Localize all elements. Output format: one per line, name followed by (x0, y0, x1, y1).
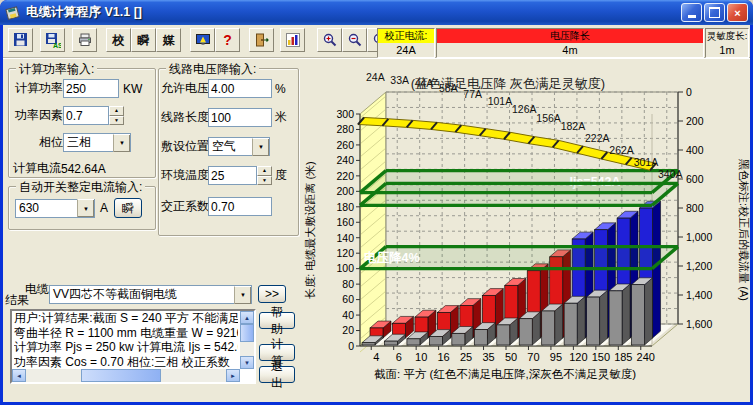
spinner-up-icon[interactable]: ▲ (109, 106, 124, 116)
breaker-unit: A (100, 201, 108, 215)
zoom-in-icon (322, 32, 338, 48)
spinner-down-icon[interactable]: ▼ (257, 176, 272, 186)
breaker-current-select[interactable]: 630 ▼ (15, 199, 95, 218)
exit-action-button[interactable]: 退出 (259, 366, 295, 383)
screen-button[interactable] (190, 28, 215, 52)
svg-text:100: 100 (336, 262, 354, 274)
power-factor-spinner[interactable]: ▲▼ (109, 106, 124, 125)
chevron-down-icon[interactable]: ▼ (234, 286, 251, 304)
chart-button[interactable] (280, 28, 305, 52)
cable-type-select[interactable]: VV四芯不等截面铜电缆 ▼ (49, 285, 252, 304)
print-icon (77, 32, 93, 48)
zoom-out-button[interactable] (342, 28, 367, 52)
result-line: 功率因素 Cos = 0.70 相位:三相 校正系数 (14, 355, 238, 369)
instant-label: 瞬 (138, 32, 150, 49)
svg-text:40: 40 (342, 309, 354, 321)
scroll-down-icon[interactable]: ▼ (240, 356, 254, 369)
chevron-down-icon[interactable]: ▼ (113, 134, 130, 152)
window-content: AS 校 瞬 媒 ? (3, 25, 750, 402)
power-input-group: 计算功率输入: 计算功率 KW 功率因素 ▲▼ 相位 三相 ▼ (8, 68, 156, 178)
help-button[interactable]: ? (215, 28, 240, 52)
svg-text:截面: 平方 (红色不满足电压降,深灰色不满足灵敏度): 截面: 平方 (红色不满足电压降,深灰色不满足灵敏度) (374, 368, 636, 380)
svg-text:(蓝色满足电压降 灰色满足灵敏度): (蓝色满足电压降 灰色满足灵敏度) (411, 76, 605, 91)
expand-button[interactable]: >> (258, 285, 286, 303)
breaker-group-title: 自动开关整定电流输入: (16, 179, 145, 196)
svg-text:140: 140 (336, 232, 354, 244)
svg-text:长度: 电缆最大敷设距离 (米): 长度: 电缆最大敷设距离 (米) (304, 161, 316, 300)
hscroll-thumb[interactable] (81, 369, 161, 382)
chevron-down-icon[interactable]: ▼ (252, 138, 269, 156)
zoom-out-icon (347, 32, 363, 48)
svg-text:10: 10 (415, 351, 427, 363)
result-line: 用户:计算结果:截面 S = 240 平方 不能满足 (14, 311, 238, 326)
chart-icon (285, 32, 301, 48)
window-title: 电缆计算程序 V1.1 [] (26, 4, 679, 21)
result-lines: 用户:计算结果:截面 S = 240 平方 不能满足 弯曲半径 R = 1100… (14, 311, 238, 368)
svg-text:280: 280 (336, 123, 354, 135)
correction-factor-input[interactable] (208, 197, 272, 216)
svg-text:240: 240 (637, 351, 655, 363)
svg-text:156A: 156A (536, 112, 561, 124)
svg-text:电压降4%: 电压降4% (364, 251, 420, 265)
verify-button[interactable]: 校 (106, 28, 131, 52)
maximize-icon (709, 7, 720, 18)
ambient-temp-unit: 度 (275, 167, 287, 184)
status-voltage-drop-length: 电压降长 4m (436, 28, 704, 58)
spinner-down-icon[interactable]: ▼ (109, 116, 124, 126)
ambient-temp-spinner[interactable]: ▲▼ (257, 166, 272, 185)
zoom-in-button[interactable] (317, 28, 342, 52)
voltage-drop-length-value: 4m (437, 43, 703, 57)
status-corrected-current: 校正电流: 24A (377, 28, 435, 58)
power-factor-label: 功率因素 (13, 107, 63, 124)
title-bar[interactable]: 电缆计算程序 V1.1 [] × (0, 0, 753, 25)
line-length-input[interactable] (208, 108, 272, 127)
status-row: 校正电流: 24A 电压降长 4m 灵敏度长: 1m (377, 28, 749, 58)
svg-text:70: 70 (527, 351, 539, 363)
help-action-button[interactable]: 帮助 (259, 312, 295, 329)
phase-select[interactable]: 三相 ▼ (63, 133, 131, 152)
power-input[interactable] (63, 79, 119, 98)
svg-text:1,000: 1,000 (686, 231, 712, 243)
result-listbox[interactable]: 用户:计算结果:截面 S = 240 平方 不能满足 弯曲半径 R = 1100… (10, 309, 256, 384)
exit-door-button[interactable] (249, 28, 274, 52)
instant-button[interactable]: 瞬 (131, 28, 156, 52)
spinner-up-icon[interactable]: ▲ (257, 166, 272, 176)
maximize-button[interactable] (704, 3, 725, 22)
svg-text:6: 6 (396, 351, 402, 363)
vscroll-thumb[interactable] (240, 324, 254, 342)
vertical-scrollbar[interactable]: ▲ ▼ (240, 311, 254, 369)
scroll-up-icon[interactable]: ▲ (240, 311, 254, 324)
svg-text:182A: 182A (561, 120, 586, 132)
scroll-right-icon[interactable]: ► (226, 369, 240, 382)
cable-result-label: 电缆结果 (5, 284, 49, 306)
svg-text:301A: 301A (634, 156, 659, 168)
ambient-temp-input[interactable] (208, 166, 257, 185)
svg-text:24A: 24A (366, 71, 385, 83)
laying-position-select[interactable]: 空气 ▼ (208, 137, 270, 156)
cable-type-value: VV四芯不等截面铜电缆 (50, 286, 234, 303)
toolbar: AS 校 瞬 媒 ? (3, 25, 750, 58)
chevron-down-icon[interactable]: ▼ (77, 199, 94, 217)
app-icon (5, 5, 21, 21)
svg-text:1,400: 1,400 (686, 289, 712, 301)
save-button[interactable] (8, 28, 33, 52)
voltage-drop-length-label: 电压降长 (437, 29, 703, 43)
power-unit: KW (123, 82, 142, 96)
close-icon: × (734, 7, 740, 19)
svg-text:120: 120 (336, 247, 354, 259)
save-as-button[interactable]: AS (40, 28, 65, 52)
svg-text:800: 800 (686, 202, 704, 214)
svg-text:300: 300 (336, 108, 354, 120)
minimize-button[interactable] (681, 3, 702, 22)
media-button[interactable]: 媒 (156, 28, 181, 52)
sensitivity-length-label: 灵敏度长: (706, 29, 748, 43)
power-factor-input[interactable] (63, 106, 109, 125)
svg-text:4: 4 (373, 351, 379, 363)
close-button[interactable]: × (727, 3, 748, 22)
print-button[interactable] (72, 28, 97, 52)
instant-trip-button[interactable]: 瞬 (114, 198, 142, 218)
allow-drop-label: 允许电压降 (161, 80, 208, 97)
horizontal-scrollbar[interactable]: ◄ ► (12, 369, 240, 382)
allow-drop-input[interactable] (208, 79, 272, 98)
scroll-left-icon[interactable]: ◄ (12, 369, 26, 382)
